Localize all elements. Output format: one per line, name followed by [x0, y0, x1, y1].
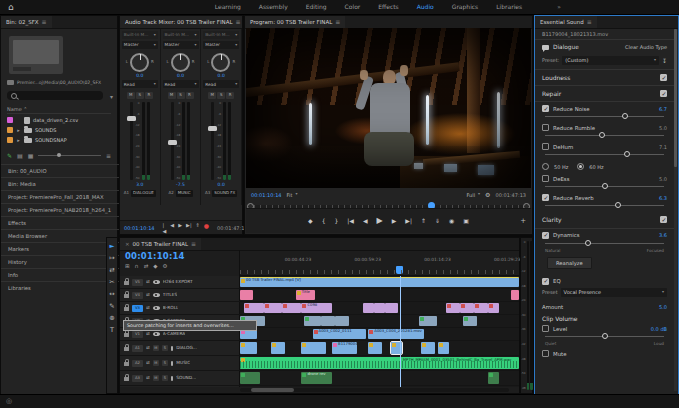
panel-tab[interactable]: Libraries — [1, 281, 119, 294]
radio-50hz[interactable] — [542, 163, 549, 170]
hand-tool[interactable]: ⊕ — [107, 313, 117, 324]
level-slider[interactable] — [545, 332, 664, 341]
mute-checkbox[interactable] — [542, 350, 549, 357]
workspace-tab-libraries[interactable]: Libraries — [487, 3, 531, 10]
reduce-reverb-slider[interactable] — [545, 201, 664, 210]
go-to-in-button[interactable]: |◀ — [347, 217, 354, 224]
list-view-icon[interactable]: ▤ — [17, 152, 23, 159]
output-select[interactable]: Master▾ — [163, 41, 199, 49]
export-frame-button[interactable]: ◉ — [449, 217, 454, 224]
repair-checkbox[interactable] — [660, 90, 667, 97]
panel-menu-icon[interactable]: ≡ — [236, 18, 241, 25]
toggle-track-output-icon[interactable] — [153, 332, 160, 336]
sync-lock-icon[interactable]: ⇄ — [146, 331, 150, 336]
loudness-checkbox[interactable] — [660, 74, 667, 81]
automation-select[interactable]: Read▾ — [203, 80, 239, 88]
input-select[interactable]: Built-In M...▾ — [203, 31, 239, 39]
lock-icon[interactable] — [124, 362, 129, 366]
button-editor-button[interactable]: + — [520, 217, 526, 225]
record-button[interactable]: ● — [204, 222, 209, 234]
linked-selection-icon[interactable]: ⇄ — [144, 263, 149, 270]
volume-fader[interactable] — [211, 102, 214, 180]
eq-preset-select[interactable]: Vocal Presence▾ — [561, 288, 667, 297]
pan-value[interactable]: 0.0 — [177, 73, 184, 78]
panel-tab[interactable]: Markers — [1, 242, 119, 255]
track-lane[interactable]: Title — [240, 289, 519, 301]
solo-button[interactable]: S — [136, 92, 144, 99]
sync-lock-icon[interactable]: ⇄ — [146, 292, 150, 297]
solo-button[interactable]: S — [217, 92, 225, 99]
pan-value[interactable]: 0.0 — [218, 73, 225, 78]
source-patch[interactable]: V3 — [132, 305, 143, 312]
lock-icon[interactable] — [124, 307, 129, 311]
comparison-view-button[interactable]: ▣ — [463, 217, 469, 224]
preset-select[interactable]: (Custom)▾ — [562, 56, 659, 65]
panel-tab[interactable]: Bin: 00_AUDIO — [1, 164, 119, 177]
bin-item[interactable]: ▸ SOUNDSNAP — [1, 135, 113, 145]
workspace-tab-assembly[interactable]: Assembly — [250, 3, 297, 10]
twirl-icon[interactable]: ▸ — [16, 137, 21, 143]
timeline-clip[interactable] — [368, 342, 382, 354]
ripple-edit-tool[interactable]: ⇄ — [107, 265, 117, 276]
track-lane[interactable]: C098 — [240, 302, 519, 314]
dynamics-slider[interactable] — [545, 239, 664, 248]
pan-knob[interactable] — [171, 53, 190, 72]
voiceover-record-icon[interactable] — [171, 361, 174, 366]
timeline-clip[interactable] — [240, 290, 253, 300]
track-name[interactable]: H264 EXPORT — [163, 279, 193, 284]
track-lane[interactable] — [240, 315, 519, 327]
export-button[interactable]: ⇑ — [196, 222, 200, 234]
mute-track-button[interactable]: M — [153, 360, 159, 366]
pan-value[interactable]: 0.0 — [136, 73, 143, 78]
sequence-tab[interactable]: × 00 TSB Trailer FINAL ≡ — [120, 238, 201, 250]
extract-button[interactable]: ⇓ — [435, 217, 440, 224]
eq-amount-value[interactable]: 5.0 — [659, 304, 667, 310]
lock-icon[interactable] — [124, 333, 129, 337]
timeline-clip[interactable] — [446, 303, 460, 313]
timeline-clip[interactable] — [240, 342, 257, 354]
dynamics-checkbox[interactable] — [542, 232, 549, 239]
mixer-track-name[interactable]: MUSIC — [176, 190, 193, 197]
source-patch[interactable]: V4 — [132, 292, 143, 299]
track-lane[interactable]: 00 TSB Trailer FINAL.mp4 [A] — [240, 386, 519, 387]
timeline-settings-icon[interactable]: ⚙ — [162, 263, 167, 270]
clear-audio-type-button[interactable]: Clear Audio Type — [625, 44, 667, 50]
bin-item[interactable]: ▸ SOUNDS — [1, 125, 113, 135]
timeline-ruler[interactable]: 00:00:44:2300:00:59:2300:01:14:2300:01:2… — [240, 250, 519, 276]
input-select[interactable]: Built-In M...▾ — [122, 31, 158, 39]
mute-track-button[interactable]: M — [153, 375, 159, 381]
panel-menu-icon[interactable]: ≡ — [335, 18, 340, 25]
label-color-chip[interactable] — [7, 127, 13, 133]
reduce-noise-value[interactable]: 6.7 — [659, 106, 667, 112]
timeline-clip[interactable] — [374, 303, 385, 313]
track-name[interactable]: SOUND... — [176, 375, 196, 380]
dehum-checkbox[interactable] — [542, 143, 549, 150]
track-lane[interactable]: MPTH_MPASM_0001_03501_BehindC_Ba_Travel_… — [240, 356, 519, 370]
track-header[interactable]: A4 ⇄ M S H264 A... — [120, 386, 240, 387]
workspace-tab-color[interactable]: Color — [336, 3, 370, 10]
lock-icon[interactable] — [124, 347, 129, 351]
workspace-tab-graphics[interactable]: Graphics — [443, 3, 488, 10]
timeline-clip[interactable]: MPTH_MPASM_0001_03501_BehindC_Ba_Travel_… — [240, 357, 519, 369]
timeline-clip[interactable]: A003_C004_201281.mov — [368, 329, 424, 339]
sync-lock-icon[interactable]: ⇄ — [146, 279, 150, 284]
add-marker-button[interactable]: ◆ — [308, 217, 313, 224]
timeline-clip[interactable]: 00 TSB Trailer FINAL.mp4 [V] — [240, 277, 519, 287]
fader-value[interactable]: -7.5 — [176, 182, 185, 187]
bin-item[interactable]: data_driven_2.csv — [1, 115, 113, 125]
program-tab[interactable]: Program: 00 TSB Trailer FINAL ≡ — [245, 16, 345, 28]
track-lane[interactable]: A003_C002_0111A003_C004_201281.mov — [240, 328, 519, 340]
reduce-reverb-value[interactable]: 6.3 — [659, 195, 667, 201]
timeline-clip[interactable] — [463, 316, 477, 326]
timeline-clip[interactable] — [244, 303, 264, 313]
lift-button[interactable]: ⇑ — [421, 217, 426, 224]
lock-icon[interactable] — [124, 294, 129, 298]
fader-value[interactable]: 3.0 — [136, 182, 143, 187]
close-icon[interactable]: × — [125, 241, 130, 248]
timeline-clip[interactable] — [488, 303, 499, 313]
record-arm-button[interactable]: R — [145, 92, 153, 99]
clip-preview-thumbnail[interactable] — [9, 36, 63, 74]
panel-tab[interactable]: Bin: Media — [1, 177, 119, 190]
automation-select[interactable]: Read▾ — [163, 80, 199, 88]
mute-button[interactable]: M — [208, 92, 216, 99]
